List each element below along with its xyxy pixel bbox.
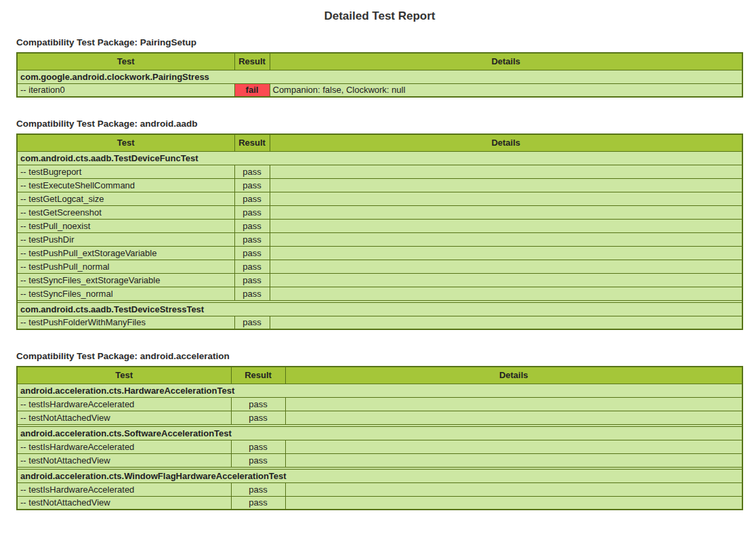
test-class-row: com.google.android.clockwork.PairingStre… xyxy=(17,70,742,83)
result-cell: pass xyxy=(231,411,285,424)
test-class-row: android.acceleration.cts.WindowFlagHardw… xyxy=(17,469,742,482)
column-header-result: Result xyxy=(234,134,270,151)
test-name-cell: -- testPushPull_extStorageVariable xyxy=(17,246,234,260)
details-cell xyxy=(270,165,742,178)
package-block: Compatibility Test Package: PairingSetup… xyxy=(16,37,743,98)
details-cell xyxy=(285,482,742,496)
test-class-row: com.android.cts.aadb.TestDeviceFuncTest xyxy=(17,151,742,165)
test-result-row: -- testGetLogcat_sizepass xyxy=(17,192,742,205)
details-cell xyxy=(270,260,742,273)
test-class-row: android.acceleration.cts.HardwareAcceler… xyxy=(17,384,742,397)
test-name-cell: -- testGetScreenshot xyxy=(17,205,234,219)
details-cell xyxy=(285,496,742,510)
test-result-row: -- testNotAttachedViewpass xyxy=(17,411,742,424)
test-name-cell: -- testGetLogcat_size xyxy=(17,192,234,205)
test-result-row: -- testPushDirpass xyxy=(17,232,742,246)
test-class-row: com.android.cts.aadb.TestDeviceStressTes… xyxy=(17,302,742,316)
table-header-row: Test Result Details xyxy=(17,367,742,384)
column-header-test: Test xyxy=(17,367,231,384)
test-name-cell: -- testBugreport xyxy=(17,165,234,178)
test-result-row: -- testGetScreenshotpass xyxy=(17,205,742,219)
details-cell xyxy=(285,453,742,467)
details-cell xyxy=(270,219,742,232)
details-cell xyxy=(270,287,742,300)
test-name-cell: -- testSyncFiles_extStorageVariable xyxy=(17,273,234,287)
test-result-row: -- testSyncFiles_normalpass xyxy=(17,287,742,300)
table-header-row: Test Result Details xyxy=(17,134,742,151)
result-cell: fail xyxy=(234,83,270,97)
column-header-test: Test xyxy=(17,134,234,151)
test-class-name: com.android.cts.aadb.TestDeviceStressTes… xyxy=(17,302,742,316)
test-result-row: -- testPushPull_normalpass xyxy=(17,260,742,273)
test-name-cell: -- testNotAttachedView xyxy=(17,411,231,424)
report-tables: Compatibility Test Package: PairingSetup… xyxy=(16,37,743,510)
details-cell xyxy=(285,440,742,453)
details-cell xyxy=(270,316,742,329)
test-name-cell: -- testPushDir xyxy=(17,232,234,246)
package-block: Compatibility Test Package: android.aadb… xyxy=(16,119,743,330)
test-name-cell: -- testSyncFiles_normal xyxy=(17,287,234,300)
test-name-cell: -- testNotAttachedView xyxy=(17,453,231,467)
details-cell xyxy=(270,205,742,219)
test-result-row: -- iteration0failCompanion: false, Clock… xyxy=(17,83,742,97)
result-cell: pass xyxy=(234,178,270,192)
column-header-details: Details xyxy=(270,134,742,151)
test-results-table: Test Result Details com.google.android.c… xyxy=(16,52,743,98)
package-heading: Compatibility Test Package: PairingSetup xyxy=(16,37,743,47)
result-cell: pass xyxy=(234,232,270,246)
package-heading: Compatibility Test Package: android.aadb xyxy=(16,119,743,129)
package-heading: Compatibility Test Package: android.acce… xyxy=(16,351,743,361)
test-result-row: -- testIsHardwareAcceleratedpass xyxy=(17,397,742,411)
result-cell: pass xyxy=(234,192,270,205)
result-cell: pass xyxy=(234,246,270,260)
test-name-cell: -- iteration0 xyxy=(17,83,234,97)
result-cell: pass xyxy=(234,205,270,219)
test-result-row: -- testBugreportpass xyxy=(17,165,742,178)
column-header-details: Details xyxy=(285,367,742,384)
result-cell: pass xyxy=(231,397,285,411)
result-cell: pass xyxy=(234,316,270,329)
test-result-row: -- testNotAttachedViewpass xyxy=(17,496,742,510)
test-result-row: -- testPushFolderWithManyFilespass xyxy=(17,316,742,329)
result-cell: pass xyxy=(234,165,270,178)
result-cell: pass xyxy=(231,482,285,496)
result-cell: pass xyxy=(234,273,270,287)
page-title: Detailed Test Report xyxy=(16,9,743,23)
test-name-cell: -- testPushPull_normal xyxy=(17,260,234,273)
table-body: com.android.cts.aadb.TestDeviceFuncTest-… xyxy=(17,151,742,329)
table-body: android.acceleration.cts.HardwareAcceler… xyxy=(17,384,742,510)
details-cell xyxy=(270,273,742,287)
test-name-cell: -- testIsHardwareAccelerated xyxy=(17,482,231,496)
result-cell: pass xyxy=(234,287,270,300)
test-name-cell: -- testIsHardwareAccelerated xyxy=(17,397,231,411)
test-results-table: Test Result Details com.android.cts.aadb… xyxy=(16,133,743,330)
details-cell xyxy=(270,246,742,260)
table-body: com.google.android.clockwork.PairingStre… xyxy=(17,70,742,97)
test-class-name: com.android.cts.aadb.TestDeviceFuncTest xyxy=(17,151,742,165)
test-result-row: -- testIsHardwareAcceleratedpass xyxy=(17,482,742,496)
result-cell: pass xyxy=(231,496,285,510)
result-cell: pass xyxy=(231,453,285,467)
test-class-name: android.acceleration.cts.HardwareAcceler… xyxy=(17,384,742,397)
details-cell xyxy=(270,232,742,246)
details-cell xyxy=(270,192,742,205)
test-class-row: android.acceleration.cts.SoftwareAcceler… xyxy=(17,426,742,440)
result-cell: pass xyxy=(234,219,270,232)
test-name-cell: -- testNotAttachedView xyxy=(17,496,231,510)
result-cell: pass xyxy=(234,260,270,273)
test-class-name: android.acceleration.cts.WindowFlagHardw… xyxy=(17,469,742,482)
test-result-row: -- testIsHardwareAcceleratedpass xyxy=(17,440,742,453)
details-cell: Companion: false, Clockwork: null xyxy=(270,83,742,97)
test-name-cell: -- testPushFolderWithManyFiles xyxy=(17,316,234,329)
test-name-cell: -- testIsHardwareAccelerated xyxy=(17,440,231,453)
result-cell: pass xyxy=(231,440,285,453)
package-block: Compatibility Test Package: android.acce… xyxy=(16,351,743,510)
test-name-cell: -- testExecuteShellCommand xyxy=(17,178,234,192)
details-cell xyxy=(270,178,742,192)
report-page: Detailed Test Report Compatibility Test … xyxy=(0,0,756,524)
column-header-details: Details xyxy=(270,53,742,70)
test-result-row: -- testExecuteShellCommandpass xyxy=(17,178,742,192)
test-result-row: -- testPushPull_extStorageVariablepass xyxy=(17,246,742,260)
test-class-name: com.google.android.clockwork.PairingStre… xyxy=(17,70,742,83)
details-cell xyxy=(285,397,742,411)
